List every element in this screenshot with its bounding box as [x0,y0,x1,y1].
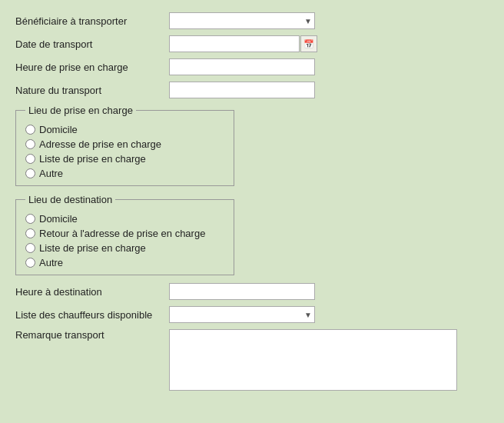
lieu-dest-liste-row: Liste de prise en charge [25,242,224,254]
lieu-dest-retour-radio[interactable] [25,228,35,238]
chauffeurs-dropdown-wrapper: ▼ [169,306,315,323]
heure-dest-label: Heure à destination [15,286,169,298]
nature-transport-input[interactable] [169,82,315,98]
heure-dest-input[interactable] [169,283,315,300]
chauffeurs-label: Liste des chauffeurs disponible [15,309,169,321]
remarque-label: Remarque transport [15,329,169,341]
beneficiaire-dropdown-wrapper: ▼ [169,12,315,29]
lieu-prise-domicile-radio[interactable] [25,125,35,135]
remarque-textarea[interactable] [169,329,457,391]
lieu-prise-autre-radio[interactable] [25,168,35,178]
beneficiaire-select[interactable] [169,12,315,29]
date-transport-label: Date de transport [15,38,169,50]
lieu-dest-fieldset: Lieu de destination Domicile Retour à l'… [15,194,234,275]
lieu-prise-domicile-row: Domicile [25,124,224,135]
heure-prise-input[interactable] [169,58,315,75]
calendar-icon: 📅 [303,39,314,49]
lieu-dest-liste-label: Liste de prise en charge [39,242,146,254]
lieu-prise-fieldset: Lieu de prise en charge Domicile Adresse… [15,105,234,186]
heure-prise-row: Heure de prise en charge [15,58,489,75]
lieu-prise-adresse-label: Adresse de prise en charge [39,138,161,150]
beneficiaire-label: Bénéficiaire à transporter [15,15,169,27]
lieu-prise-legend: Lieu de prise en charge [25,105,136,116]
beneficiaire-row: Bénéficiaire à transporter ▼ [15,12,489,29]
chauffeurs-row: Liste des chauffeurs disponible ▼ [15,306,489,323]
lieu-dest-autre-radio[interactable] [25,258,35,268]
lieu-dest-domicile-label: Domicile [39,213,78,225]
lieu-dest-retour-row: Retour à l'adresse de prise en charge [25,228,224,239]
heure-dest-row: Heure à destination [15,283,489,300]
lieu-prise-adresse-radio[interactable] [25,139,35,149]
remarque-row: Remarque transport [15,329,489,391]
lieu-prise-liste-radio[interactable] [25,154,35,164]
date-transport-field-wrapper: 📅 [169,35,317,52]
lieu-prise-liste-row: Liste de prise en charge [25,153,224,165]
lieu-prise-section: Lieu de prise en charge Domicile Adresse… [15,105,489,186]
date-transport-input[interactable] [169,35,300,52]
lieu-dest-liste-radio[interactable] [25,243,35,253]
lieu-dest-autre-row: Autre [25,257,224,268]
lieu-prise-liste-label: Liste de prise en charge [39,153,146,165]
date-transport-row: Date de transport 📅 [15,35,489,52]
lieu-dest-domicile-row: Domicile [25,213,224,225]
lieu-dest-legend: Lieu de destination [25,194,115,205]
chauffeurs-select[interactable] [169,306,315,323]
lieu-prise-domicile-label: Domicile [39,124,78,135]
lieu-dest-section: Lieu de destination Domicile Retour à l'… [15,194,489,275]
heure-prise-label: Heure de prise en charge [15,62,169,73]
calendar-button[interactable]: 📅 [300,35,317,52]
nature-transport-row: Nature du transport [15,82,489,98]
lieu-dest-domicile-radio[interactable] [25,214,35,224]
nature-transport-label: Nature du transport [15,85,169,96]
lieu-prise-autre-row: Autre [25,168,224,179]
lieu-prise-adresse-row: Adresse de prise en charge [25,138,224,150]
lieu-dest-autre-label: Autre [39,257,63,268]
lieu-prise-autre-label: Autre [39,168,63,179]
lieu-dest-retour-label: Retour à l'adresse de prise en charge [39,228,205,239]
